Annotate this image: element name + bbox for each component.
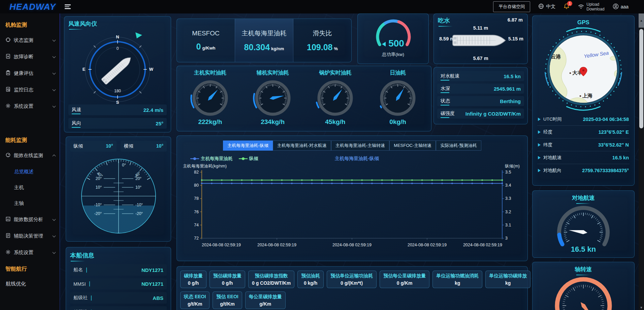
- chart-tab[interactable]: 主机每海里油耗-纵倾: [223, 141, 272, 151]
- legend-label: 纵倾: [249, 156, 258, 162]
- fuel-gauge: 锅炉实时油耗45kg/h: [304, 69, 367, 131]
- sog-gauge: [536, 202, 631, 250]
- sidebar-item-label: 系统设置: [14, 103, 33, 110]
- upload-download-button[interactable]: Upload Download: [578, 2, 604, 11]
- sidebar-item-monitor-log[interactable]: 监控日志: [0, 82, 60, 98]
- svg-text:2024-08-08 02:59:19: 2024-08-08 02:59:19: [202, 243, 241, 247]
- svg-text:10°: 10°: [95, 185, 101, 190]
- legend-item[interactable]: 主机每海里油耗: [190, 156, 233, 162]
- chart-tabs: 主机每海里油耗-纵倾主机每海里油耗-对水航速主机每海里油耗-主轴转速MESFOC…: [181, 141, 523, 151]
- emission-stat-chip: 状态 EEOIg/t/Km: [180, 291, 210, 309]
- clinometer: 40°0°-40°20°20°10°10°-10°-10°-20°-20°: [70, 153, 167, 240]
- sidebar-item-label: 故障诊断: [14, 54, 33, 60]
- sog-title: 对地航速: [572, 194, 595, 202]
- emission-stat-value: g/t/Km: [216, 301, 238, 307]
- sidebar-item-decision-support[interactable]: 辅助决策管理: [0, 228, 60, 244]
- mesfoc-stat: MESFOC0g/Kwh: [177, 19, 235, 62]
- total-power-gauge-card: 500 总功率(kw): [357, 13, 429, 64]
- fuel-gauge-dial: [310, 76, 360, 120]
- fuel-gauge: 日油耗0kg/h: [366, 69, 429, 131]
- svg-text:3.3: 3.3: [505, 196, 511, 201]
- emission-stat-label: 预估碳排放指数: [252, 273, 291, 279]
- scroll-down-button[interactable]: ▼: [639, 306, 644, 309]
- sidebar-item-health-assessment[interactable]: 健康评估: [0, 65, 60, 82]
- sidebar-decision-support-icon: [5, 233, 11, 239]
- svg-text:E: E: [83, 67, 86, 72]
- language-label: 中文: [546, 4, 555, 10]
- svg-text:20°: 20°: [95, 176, 101, 181]
- scrollbar-thumb[interactable]: [639, 29, 643, 128]
- svg-text:20°: 20°: [135, 176, 141, 181]
- fuel-gauge-dial: [185, 76, 235, 120]
- triangle-bullet-icon: [538, 143, 541, 147]
- svg-text:2024-08-08 02:59:19: 2024-08-08 02:59:19: [332, 243, 372, 247]
- svg-text:主机每海里油耗(kg/nm): 主机每海里油耗(kg/nm): [183, 164, 227, 168]
- triangle-bullet-icon: [538, 169, 541, 172]
- water-info-label: 水深: [441, 86, 450, 92]
- sidebar-item-system-settings[interactable]: 系统设置: [0, 98, 60, 115]
- emission-stat-label: 状态 EEOI: [184, 294, 206, 300]
- legend-item[interactable]: 纵倾: [239, 156, 258, 162]
- sidebar-item-fault-diagnosis[interactable]: 故障诊断: [0, 49, 60, 65]
- sidebar: 机舱监测状态监测故障诊断健康评估监控日志系统设置能耗监测能效在线监测总览概述主机…: [0, 13, 60, 310]
- draft-value-top: 5.11 m: [434, 25, 527, 31]
- sidebar-item-status-monitoring[interactable]: 状态监测: [0, 32, 60, 49]
- emission-stat-chip: 预估 EEOIg/t/Km: [213, 291, 242, 309]
- sidebar-item-route-optimization[interactable]: 航线优化: [0, 276, 60, 292]
- svg-text:-10°: -10°: [94, 203, 101, 207]
- svg-text:78: 78: [194, 196, 199, 201]
- total-power-label: 总功率(kw): [358, 52, 428, 58]
- svg-text:76: 76: [194, 210, 199, 214]
- shaft-speed-gauge-card: 轴转速: [532, 262, 635, 310]
- sidebar-item-energy-data-analysis[interactable]: 能效数据分析: [0, 211, 60, 228]
- total-power-value-row: 500: [358, 38, 428, 49]
- mesfoc-stats-card: MESFOC0g/Kwh主机每海里油耗80.304kg/nm滑失比109.08%: [176, 19, 352, 62]
- draft-card: 吃水 6.87 m 5.11 m 8.59 m 5.15 m 5.67 m: [433, 13, 528, 64]
- sidebar-subitem-main-shaft[interactable]: 主轴: [0, 195, 60, 211]
- sidebar-energy-monitor-icon: [5, 152, 11, 159]
- sidebar-subitem-main-engine[interactable]: 主机: [0, 180, 60, 195]
- scroll-up-button[interactable]: ▲: [639, 13, 644, 28]
- emission-stat-label: 预估油耗: [301, 273, 320, 279]
- emission-stat-label: 每公里碳排放量: [249, 294, 282, 300]
- sidebar-item-label: 能效在线监测: [14, 152, 43, 159]
- ship-info-row: 船级社ABS: [70, 292, 167, 304]
- water-info-row: 碳强度Infinity g CO2/DWT/Km: [437, 108, 524, 119]
- emission-stat-chip: 预估碳排放量0 g/h: [210, 271, 245, 288]
- notifications-button[interactable]: 1: [564, 3, 570, 11]
- mesfoc-stat: 滑失比109.08%: [293, 19, 351, 62]
- emission-stat-value: 0 g/Km: [383, 280, 426, 286]
- chart-tab[interactable]: 实际油耗-预测油耗: [436, 141, 481, 151]
- chart-tab[interactable]: 主机每海里油耗-对水航速: [273, 141, 331, 151]
- wind-instrument-card: 风速风向仪 NSEW0180 风速22.4 m/s风向25°: [64, 16, 171, 132]
- trim-card: 纵倾 10° 横倾 10° 40°0°-40°20°20°10°10°-10°-…: [66, 136, 171, 242]
- storage-button[interactable]: 平台存储空间: [493, 1, 530, 12]
- gps-row-value: 2759.767333984375°: [582, 168, 629, 173]
- gps-row-value: 33°6'52.62" N: [598, 142, 629, 148]
- emission-stat-chip: 预估单位运输功油耗0 g/(Km*t): [327, 271, 377, 288]
- sidebar-subitem-overview[interactable]: 总览概述: [0, 164, 60, 180]
- svg-text:2024-08-08 02:59:19: 2024-08-08 02:59:19: [257, 243, 296, 247]
- sidebar-item-label: 监控日志: [14, 87, 33, 93]
- gps-card-title: GPS: [577, 19, 589, 26]
- globe-icon: [538, 3, 544, 10]
- pitch-label: 纵倾: [73, 143, 83, 149]
- menu-toggle-icon[interactable]: [65, 4, 71, 9]
- legend-marker-icon: [190, 156, 199, 161]
- user-menu[interactable]: aaa: [613, 3, 629, 10]
- sidebar-item-energy-online-monitoring[interactable]: 能效在线监测: [0, 147, 60, 164]
- sidebar-item-system-settings-2[interactable]: 系统设置: [0, 244, 60, 261]
- chart-tab[interactable]: 主机每海里油耗-主轴转速: [331, 141, 389, 151]
- water-info-label: 状态: [441, 98, 450, 104]
- svg-text:N: N: [116, 34, 119, 39]
- language-switcher[interactable]: 中文: [538, 3, 555, 10]
- sidebar-fault-diagnosis-icon: [5, 54, 11, 60]
- mesfoc-stat-label: MESFOC: [192, 30, 219, 37]
- chevron-down-icon: [53, 234, 56, 237]
- svg-text:-20°: -20°: [94, 211, 101, 216]
- chart-tab[interactable]: MESFOC-主轴转速: [389, 141, 436, 151]
- scrollbar[interactable]: ▲ ▼: [639, 13, 644, 310]
- wind-card-title: 风速风向仪: [68, 20, 97, 28]
- sidebar-item-label: 辅助决策管理: [14, 233, 43, 239]
- mesfoc-stat: 主机每海里油耗80.304kg/nm: [235, 19, 293, 62]
